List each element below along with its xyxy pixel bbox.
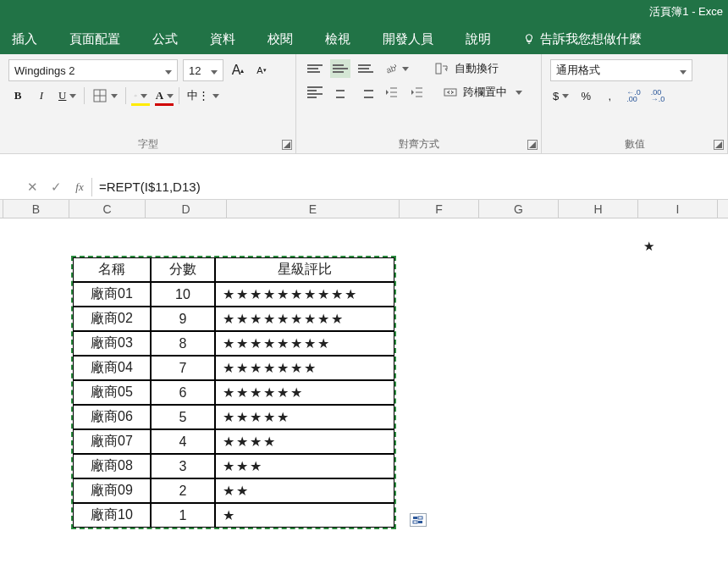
orientation-button[interactable]: ab bbox=[381, 59, 411, 78]
underline-button[interactable]: U bbox=[56, 86, 79, 105]
font-color-button[interactable]: A bbox=[155, 86, 174, 105]
header-score[interactable]: 分數 bbox=[151, 257, 215, 282]
tab-data[interactable]: 資料 bbox=[201, 25, 244, 54]
tab-insert[interactable]: 插入 bbox=[3, 25, 46, 54]
percent-button[interactable]: % bbox=[576, 86, 595, 105]
header-name[interactable]: 名稱 bbox=[73, 257, 151, 282]
borders-button[interactable] bbox=[90, 86, 120, 105]
align-top-button[interactable] bbox=[305, 59, 325, 78]
worksheet-area[interactable]: ★ 名稱 分數 星級評比 廠商0110★★★★★★★★★★廠商029★★★★★★… bbox=[0, 218, 728, 252]
autofill-options-button[interactable] bbox=[410, 513, 427, 527]
cell-score[interactable]: 5 bbox=[151, 405, 215, 429]
comma-style-button[interactable]: , bbox=[600, 86, 619, 105]
tab-help[interactable]: 說明 bbox=[457, 25, 499, 54]
cell-name[interactable]: 廠商07 bbox=[73, 429, 151, 454]
cell-stars[interactable]: ★ bbox=[215, 503, 394, 528]
fx-icon[interactable]: fx bbox=[68, 180, 91, 194]
cell-name[interactable]: 廠商03 bbox=[73, 331, 151, 356]
font-dialog-launcher[interactable] bbox=[282, 140, 292, 150]
separator bbox=[125, 87, 126, 104]
table-row: 廠商065★★★★★ bbox=[73, 405, 394, 429]
col-header-b[interactable]: B bbox=[3, 200, 69, 218]
cell-score[interactable]: 8 bbox=[151, 331, 215, 356]
merge-center-button[interactable]: 跨欄置中 bbox=[440, 83, 525, 102]
currency-button[interactable]: $ bbox=[550, 86, 571, 105]
increase-decimal-button[interactable]: ←.0.00 bbox=[624, 86, 643, 105]
cell-name[interactable]: 廠商04 bbox=[73, 356, 151, 380]
svg-rect-11 bbox=[444, 89, 456, 96]
cell-score[interactable]: 1 bbox=[151, 503, 215, 528]
font-name-select[interactable]: Wingdings 2 bbox=[8, 59, 178, 81]
svg-rect-12 bbox=[413, 517, 417, 519]
cell-stars[interactable]: ★★★★★★ bbox=[215, 380, 394, 405]
cell-stars[interactable]: ★★★★★★★★★★ bbox=[215, 282, 394, 307]
table-row: 廠商047★★★★★★★ bbox=[73, 356, 394, 380]
align-middle-button[interactable] bbox=[330, 59, 350, 78]
align-bottom-button[interactable] bbox=[356, 59, 376, 78]
cell-score[interactable]: 6 bbox=[151, 380, 215, 405]
col-header-c[interactable]: C bbox=[69, 200, 146, 218]
col-header-g[interactable]: G bbox=[479, 200, 559, 218]
cell-stars[interactable]: ★★ bbox=[215, 478, 394, 503]
decrease-decimal-button[interactable]: .00→.0 bbox=[648, 86, 668, 105]
decrease-font-size-button[interactable]: A▾ bbox=[252, 61, 271, 80]
align-right-button[interactable] bbox=[356, 83, 376, 102]
cell-name[interactable]: 廠商08 bbox=[73, 454, 151, 478]
cell-score[interactable]: 7 bbox=[151, 356, 215, 380]
cancel-formula-button[interactable]: ✕ bbox=[20, 180, 44, 195]
cell-name[interactable]: 廠商05 bbox=[73, 380, 151, 405]
phonetic-guide-button[interactable]: 中⋮ bbox=[185, 86, 222, 105]
tab-page-layout[interactable]: 頁面配置 bbox=[61, 25, 129, 54]
cell-score[interactable]: 2 bbox=[151, 478, 215, 503]
cell-score[interactable]: 3 bbox=[151, 454, 215, 478]
chevron-down-icon bbox=[676, 64, 687, 77]
table-row: 廠商0110★★★★★★★★★★ bbox=[73, 282, 394, 307]
alignment-dialog-launcher[interactable] bbox=[527, 140, 538, 150]
cell-stars[interactable]: ★★★★★★★★★ bbox=[215, 307, 394, 331]
cell-score[interactable]: 4 bbox=[151, 429, 215, 454]
tab-review[interactable]: 校閱 bbox=[259, 25, 301, 54]
cell-stars[interactable]: ★★★ bbox=[215, 454, 394, 478]
tell-me-search[interactable]: 告訴我您想做什麼 bbox=[515, 25, 650, 54]
col-header-i[interactable]: I bbox=[638, 200, 718, 218]
group-alignment-label: 對齊方式 bbox=[305, 134, 532, 152]
bold-button[interactable]: B bbox=[8, 86, 27, 105]
number-format-select[interactable]: 通用格式 bbox=[550, 59, 692, 81]
tab-formulas[interactable]: 公式 bbox=[144, 25, 186, 54]
align-left-button[interactable] bbox=[305, 83, 325, 102]
cell-stars[interactable]: ★★★★ bbox=[215, 429, 394, 454]
header-stars[interactable]: 星級評比 bbox=[215, 257, 394, 282]
font-size-select[interactable]: 12 bbox=[183, 59, 223, 81]
cell-name[interactable]: 廠商02 bbox=[73, 307, 151, 331]
cell-score[interactable]: 9 bbox=[151, 307, 215, 331]
cell-stars[interactable]: ★★★★★ bbox=[215, 405, 394, 429]
col-header-d[interactable]: D bbox=[146, 200, 227, 218]
separator bbox=[179, 87, 179, 104]
tab-view[interactable]: 檢視 bbox=[317, 25, 359, 54]
increase-indent-button[interactable] bbox=[406, 83, 427, 102]
cell-stars[interactable]: ★★★★★★★ bbox=[215, 356, 394, 380]
svg-rect-15 bbox=[418, 521, 422, 523]
cell-name[interactable]: 廠商01 bbox=[73, 282, 151, 307]
decrease-indent-button[interactable] bbox=[381, 83, 401, 102]
cell-name[interactable]: 廠商09 bbox=[73, 478, 151, 503]
number-dialog-launcher[interactable] bbox=[714, 140, 724, 150]
cell-stars[interactable]: ★★★★★★★★ bbox=[215, 331, 394, 356]
font-size-value: 12 bbox=[189, 64, 201, 77]
cell-name[interactable]: 廠商10 bbox=[73, 503, 151, 528]
cell-star-source[interactable]: ★ bbox=[643, 239, 654, 254]
col-header-f[interactable]: F bbox=[400, 200, 479, 218]
align-center-button[interactable] bbox=[330, 83, 350, 102]
formula-input[interactable]: =REPT(I$11,D13) bbox=[92, 180, 295, 194]
cell-name[interactable]: 廠商06 bbox=[73, 405, 151, 429]
wrap-text-button[interactable]: 自動換行 bbox=[432, 59, 501, 78]
accept-formula-button[interactable]: ✓ bbox=[44, 180, 68, 195]
col-header-e[interactable]: E bbox=[227, 200, 400, 218]
separator bbox=[84, 87, 85, 104]
increase-font-size-button[interactable]: A▴ bbox=[229, 61, 247, 80]
cell-score[interactable]: 10 bbox=[151, 282, 215, 307]
fill-color-button[interactable] bbox=[131, 86, 150, 105]
col-header-h[interactable]: H bbox=[559, 200, 638, 218]
italic-button[interactable]: I bbox=[32, 86, 51, 105]
tab-developer[interactable]: 開發人員 bbox=[374, 25, 442, 54]
